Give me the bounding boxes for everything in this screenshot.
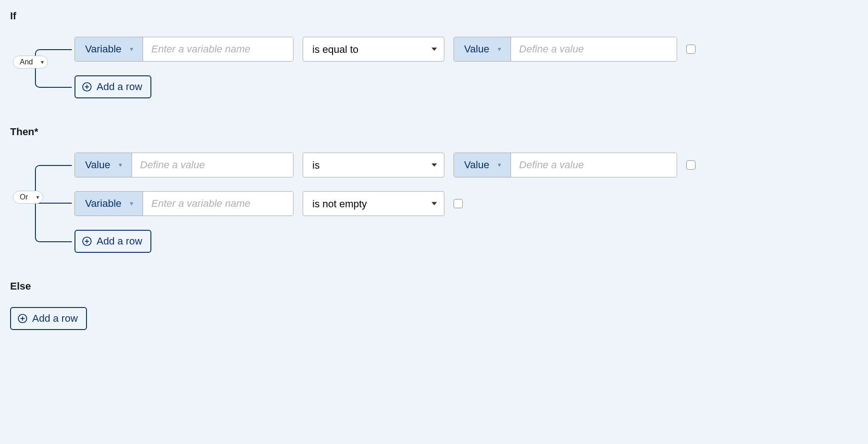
if-rows: Variable ▼ is equal to Value ▼ — [75, 37, 858, 98]
right-operand-input[interactable] — [511, 153, 677, 177]
then-joiner-label: Or — [20, 193, 28, 201]
left-operand-group: Value ▼ — [75, 153, 293, 177]
right-type-label: Value — [464, 159, 489, 171]
left-operand-group: Variable ▼ — [75, 191, 293, 216]
caret-down-icon: ▼ — [118, 162, 123, 168]
add-row-button[interactable]: Add a row — [75, 230, 151, 253]
left-operand-group: Variable ▼ — [75, 37, 293, 62]
condition-row: Value ▼ is Value ▼ — [75, 153, 858, 177]
left-type-label: Value — [85, 159, 110, 171]
left-operand-input[interactable] — [143, 192, 293, 216]
plus-circle-icon — [82, 236, 92, 246]
operator-wrap: is equal to — [303, 37, 444, 62]
left-type-select[interactable]: Value ▼ — [75, 153, 132, 177]
chevron-down-icon: ▾ — [41, 59, 44, 65]
plus-circle-icon — [17, 313, 28, 324]
add-row-button[interactable]: Add a row — [75, 75, 151, 98]
if-joiner-select[interactable]: And ▾ — [13, 56, 48, 68]
left-type-label: Variable — [85, 198, 121, 210]
plus-circle-icon — [82, 82, 92, 92]
then-label: Then* — [10, 126, 858, 138]
operator-select[interactable]: is — [303, 153, 444, 177]
connector-line — [35, 197, 72, 242]
condition-row: Variable ▼ is not empty — [75, 191, 858, 216]
if-section: If And ▾ Variable ▼ is — [10, 10, 858, 98]
chevron-down-icon: ▾ — [36, 194, 39, 200]
then-joiner-select[interactable]: Or ▾ — [13, 191, 43, 204]
if-join-column: And ▾ — [10, 37, 75, 98]
operator-wrap: is not empty — [303, 191, 444, 216]
right-operand-group: Value ▼ — [454, 37, 677, 62]
right-type-select[interactable]: Value ▼ — [454, 37, 511, 61]
operator-wrap: is — [303, 153, 444, 177]
then-block: Or ▾ Value ▼ is — [10, 153, 858, 253]
caret-down-icon: ▼ — [129, 46, 134, 52]
right-type-label: Value — [464, 43, 489, 55]
then-section: Then* Or ▾ Value ▼ — [10, 126, 858, 253]
if-block: And ▾ Variable ▼ is equal to — [10, 37, 858, 98]
else-label: Else — [10, 280, 858, 292]
add-row-label: Add a row — [32, 313, 78, 324]
operator-select[interactable]: is equal to — [303, 37, 444, 62]
right-type-select[interactable]: Value ▼ — [454, 153, 511, 177]
row-checkbox[interactable] — [686, 45, 696, 54]
add-row-label: Add a row — [97, 81, 142, 93]
then-rows: Value ▼ is Value ▼ — [75, 153, 858, 253]
left-type-label: Variable — [85, 43, 121, 55]
then-join-column: Or ▾ — [10, 153, 75, 253]
left-type-select[interactable]: Variable ▼ — [75, 37, 143, 61]
add-row-container: Add a row — [75, 75, 858, 98]
caret-down-icon: ▼ — [497, 46, 502, 52]
caret-down-icon: ▼ — [497, 162, 502, 168]
else-add-container: Add a row — [10, 307, 858, 330]
operator-select[interactable]: is not empty — [303, 191, 444, 216]
right-operand-group: Value ▼ — [454, 153, 677, 177]
if-label: If — [10, 10, 858, 22]
right-operand-input[interactable] — [511, 37, 677, 61]
left-type-select[interactable]: Variable ▼ — [75, 192, 143, 216]
add-row-container: Add a row — [75, 230, 858, 253]
condition-row: Variable ▼ is equal to Value ▼ — [75, 37, 858, 62]
add-row-label: Add a row — [97, 235, 142, 247]
caret-down-icon: ▼ — [129, 200, 134, 207]
else-section: Else Add a row — [10, 280, 858, 330]
add-row-button[interactable]: Add a row — [10, 307, 87, 330]
if-joiner-label: And — [20, 58, 33, 66]
row-checkbox[interactable] — [686, 160, 696, 170]
left-operand-input[interactable] — [132, 153, 293, 177]
row-checkbox[interactable] — [454, 199, 463, 208]
left-operand-input[interactable] — [143, 37, 293, 61]
